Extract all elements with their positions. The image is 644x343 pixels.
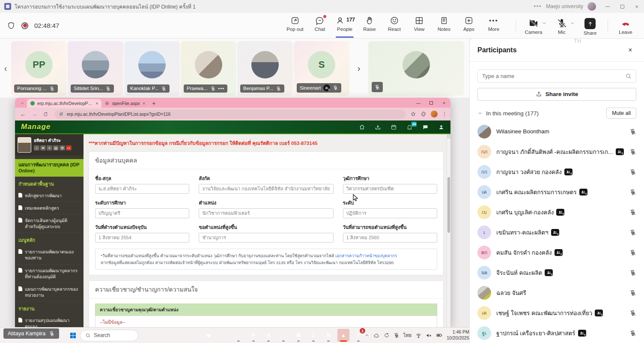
- tray-mic-off-icon[interactable]: [394, 332, 400, 338]
- erp-mini-menu-icon[interactable]: ≡: [47, 145, 52, 150]
- strip-scroll-right-icon[interactable]: ›: [349, 63, 368, 73]
- copilot-icon[interactable]: [173, 329, 185, 342]
- screenshare-app-icon[interactable]: ▲: [337, 329, 349, 342]
- participant-row[interactable]: คก คมสัน จักรคำ กองคลัง ?: [477, 242, 636, 262]
- erp-sidebar-item[interactable]: แผนการพัฒนาบุคลากรของหน่วยงาน: [15, 283, 83, 301]
- browser-tab-erp[interactable]: erp.mju.ac.th/hrDevelopPlanIDl ×: [27, 99, 101, 108]
- browser-close-button[interactable]: ×: [438, 100, 450, 105]
- mic-off-icon[interactable]: [629, 229, 636, 236]
- battery-icon[interactable]: [436, 332, 443, 339]
- erp-sidebar-item[interactable]: รายการแผนพัฒนาบุคลากร ที่ท่านต้องอนุมัติ: [15, 265, 83, 283]
- browser-minimize-button[interactable]: —: [412, 100, 425, 105]
- participant-row[interactable]: Wilasinee Boontham: [477, 121, 636, 141]
- notes-app-icon[interactable]: N: [322, 329, 334, 342]
- calendar-icon[interactable]: [391, 124, 397, 130]
- refresh-button[interactable]: [41, 111, 50, 117]
- taskbar-search[interactable]: Search: [80, 330, 138, 341]
- browser-maximize-button[interactable]: [425, 101, 438, 105]
- language-indicator[interactable]: ไทย: [403, 331, 411, 339]
- raise-hand-button[interactable]: Raise: [357, 13, 382, 38]
- mic-off-icon[interactable]: [629, 269, 636, 276]
- messages-icon[interactable]: [422, 124, 429, 130]
- chrome-icon[interactable]: [233, 329, 244, 342]
- participant-row[interactable]: ฐเ ฐาปกรณ์ เครือระยา-ศิลปศาสตร์ ?: [477, 323, 636, 343]
- view-button[interactable]: View: [407, 13, 432, 38]
- extensions-icon[interactable]: [420, 111, 426, 117]
- participant-video-tile[interactable]: Benjamas P...: [237, 41, 293, 96]
- window-maximize-button[interactable]: [615, 0, 629, 13]
- designer-icon[interactable]: X: [262, 329, 274, 342]
- profile-icon[interactable]: [438, 124, 444, 130]
- erp-sidebar-item[interactable]: รายการแผนพัฒนาตนเองของท่าน: [15, 246, 83, 264]
- field-value[interactable]: ปฏิบัติการ: [343, 208, 437, 218]
- participant-row[interactable]: กก กาญจนา วงศ์สวย กองคลัง ?: [477, 162, 636, 182]
- erp-sidebar-item[interactable]: จัดการเส้นทางผู้อนุมัติสำหรับผู้ดูแลระบบ: [15, 214, 83, 233]
- participant-video-tile[interactable]: Kanoklak P...: [124, 41, 180, 96]
- tab-close-icon[interactable]: ×: [95, 101, 98, 106]
- participant-search[interactable]: [477, 69, 636, 83]
- erp-logout-icon[interactable]: ↦: [66, 145, 72, 150]
- erp-mini-chat-icon[interactable]: ▤: [53, 145, 59, 150]
- search-input[interactable]: [482, 73, 625, 79]
- tab-close-icon[interactable]: ×: [143, 101, 145, 106]
- participant-row[interactable]: ฉลวย จันศรี: [477, 283, 636, 303]
- erp-sidebar-item[interactable]: แผนการพัฒนารายบุคคล (IDP Online): [15, 159, 83, 177]
- mic-button[interactable]: Mic: [548, 15, 576, 35]
- home-icon[interactable]: [359, 124, 365, 130]
- mute-all-button[interactable]: Mute all: [606, 108, 636, 119]
- erp-sidebar-item[interactable]: รายงานสรุปแผนพัฒนาตนเอง: [15, 314, 83, 327]
- self-video-tile[interactable]: [368, 41, 464, 96]
- file-explorer-icon[interactable]: [188, 329, 200, 342]
- page-scrollbar[interactable]: [447, 134, 450, 327]
- tab-search-chevron-icon[interactable]: [18, 99, 27, 108]
- participant-row[interactable]: เบ เกศริน บุญเลิศ-กองคลัง ?: [477, 202, 636, 222]
- erp-mini-home-icon[interactable]: ⌂: [34, 145, 39, 150]
- participant-row[interactable]: เค เชษฐ์ ใจเพชร คณะพัฒนาการท่องเที่ยว ?: [477, 303, 636, 323]
- react-button[interactable]: React: [382, 13, 407, 38]
- progress-doc-link[interactable]: เอกสารความก้าวหน้าของบุคลากร: [335, 253, 397, 258]
- edge-icon[interactable]: [158, 329, 170, 342]
- browser-tab-openfile[interactable]: openFile.aspx ×: [101, 99, 149, 108]
- start-button[interactable]: [70, 333, 76, 338]
- mic-off-icon[interactable]: [629, 330, 636, 337]
- share-button[interactable]: Share: [576, 15, 604, 36]
- erp-sidebar-item[interactable]: เทมเพลตหลักสูตร: [15, 202, 83, 214]
- field-value[interactable]: น.ส.อทิตยา คำภิระ: [95, 184, 189, 194]
- field-value[interactable]: ปริญญาตรี: [95, 208, 189, 218]
- address-bar[interactable]: erp.mju.ac.th/hrDevelopPlanIDPList.aspx?…: [54, 110, 406, 119]
- erp-sidebar-item[interactable]: รายงาน: [15, 301, 83, 314]
- participant-video-tile[interactable]: S Sineenart ?: [294, 41, 349, 96]
- back-button[interactable]: ←: [18, 111, 28, 117]
- powerpoint-icon[interactable]: P: [247, 329, 259, 342]
- taskbar-clock[interactable]: 1:46 PM 10/20/2025: [447, 329, 469, 341]
- titlebar-more-icon[interactable]: •••: [530, 3, 546, 9]
- camera-chevron-icon[interactable]: [542, 21, 547, 26]
- mic-off-icon[interactable]: [629, 289, 636, 296]
- tile-more-icon[interactable]: •••: [218, 86, 225, 91]
- field-value[interactable]: 1 สิงหาคม 2554: [95, 233, 189, 243]
- browser-menu-icon[interactable]: ⋮: [442, 111, 447, 117]
- erp-sidebar-item[interactable]: เมนูหลัก: [15, 233, 83, 246]
- panel-close-icon[interactable]: ×: [624, 44, 636, 56]
- participant-video-tile[interactable]: PP Pornanong ...: [11, 41, 67, 96]
- notepad-icon[interactable]: [277, 329, 289, 342]
- erp-sidebar-item[interactable]: หลักสูตรการพัฒนา: [15, 190, 83, 202]
- notifications-bell-icon[interactable]: 24: [406, 124, 413, 130]
- participant-video-tile[interactable]: Praewa... •••: [181, 41, 236, 96]
- more-button[interactable]: •••More: [481, 13, 506, 38]
- taskview-icon[interactable]: [143, 329, 155, 342]
- dropbox-icon[interactable]: ◆: [203, 329, 215, 342]
- camera-button[interactable]: Camera: [519, 15, 548, 35]
- field-value[interactable]: 1 สิงหาคม 2560: [343, 233, 437, 243]
- zwcad-icon[interactable]: Z: [307, 329, 319, 342]
- media-app-icon[interactable]: M: [292, 329, 304, 342]
- volume-muted-icon[interactable]: [426, 332, 432, 339]
- erp-mini-mail-icon[interactable]: ✉: [40, 145, 46, 150]
- mic-off-icon[interactable]: [629, 209, 636, 216]
- section-chevron-icon[interactable]: [477, 111, 483, 116]
- field-value[interactable]: งานวิจัยและพัฒนา กองเทคโนโลยีดิจิทัล สำน…: [199, 184, 333, 194]
- chat-button[interactable]: Chat: [307, 13, 332, 38]
- store-icon[interactable]: [218, 329, 230, 342]
- window-minimize-button[interactable]: [600, 0, 615, 13]
- mic-off-icon[interactable]: [629, 189, 636, 196]
